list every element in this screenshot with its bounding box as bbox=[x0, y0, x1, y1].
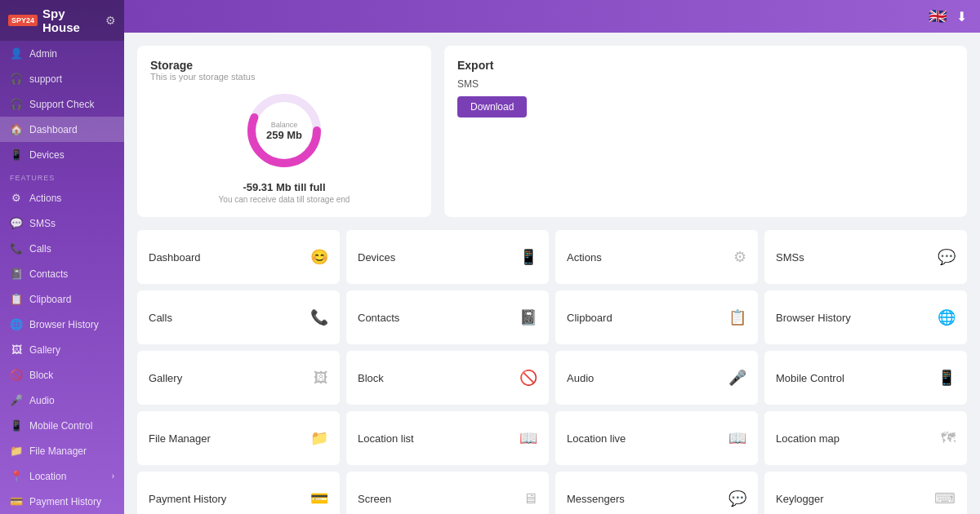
download-button[interactable]: Download bbox=[457, 96, 527, 117]
feature-card-location-map[interactable]: Location map 🗺 bbox=[764, 411, 967, 465]
export-title: Export bbox=[457, 59, 954, 72]
sidebar-item-gallery[interactable]: 🖼Gallery bbox=[0, 337, 124, 362]
sidebar-label-calls: Calls bbox=[29, 243, 51, 255]
feature-card-clipboard[interactable]: Clipboard 📋 bbox=[555, 290, 758, 344]
sidebar-item-support-check[interactable]: 🎧Support Check bbox=[0, 91, 124, 117]
sidebar-item-dashboard[interactable]: 🏠Dashboard bbox=[0, 117, 124, 142]
feature-name-payment-history: Payment History bbox=[149, 493, 226, 505]
sidebar-item-audio[interactable]: 🎤Audio bbox=[0, 388, 124, 413]
feature-card-dashboard[interactable]: Dashboard 😊 bbox=[137, 230, 340, 284]
main-content: 🇬🇧 ⬇ Storage This is your storage status… bbox=[124, 0, 980, 514]
sidebar-item-contacts[interactable]: 📓Contacts bbox=[0, 261, 124, 286]
feature-icon-smss: 💬 bbox=[938, 248, 956, 266]
sidebar-label-mobile-control: Mobile Control bbox=[29, 420, 92, 432]
feature-card-contacts[interactable]: Contacts 📓 bbox=[346, 290, 549, 344]
sidebar-item-smss[interactable]: 💬SMSs bbox=[0, 210, 124, 236]
feature-card-devices[interactable]: Devices 📱 bbox=[346, 230, 549, 284]
sidebar-main-nav: 👤Admin🎧support🎧Support Check🏠Dashboard📱D… bbox=[0, 41, 124, 167]
feature-card-mobile-control[interactable]: Mobile Control 📱 bbox=[764, 351, 967, 405]
feature-name-devices: Devices bbox=[358, 251, 395, 264]
features-section-label: FEATURES bbox=[0, 167, 124, 185]
sidebar-item-file-manager[interactable]: 📁File Manager bbox=[0, 438, 124, 463]
sidebar-label-block: Block bbox=[29, 370, 53, 381]
language-flag[interactable]: 🇬🇧 bbox=[929, 7, 947, 25]
storage-subtitle: This is your storage status bbox=[150, 72, 255, 82]
feature-name-clipboard: Clipboard bbox=[567, 312, 612, 324]
feature-name-block: Block bbox=[358, 372, 384, 384]
feature-name-calls: Calls bbox=[149, 312, 172, 324]
storage-title: Storage bbox=[150, 59, 193, 72]
feature-icon-gallery: 🖼 bbox=[314, 370, 328, 387]
sidebar-item-admin[interactable]: 👤Admin bbox=[0, 41, 124, 66]
app-title: Spy House bbox=[42, 7, 100, 34]
feature-card-file-manager[interactable]: File Manager 📁 bbox=[137, 411, 340, 465]
feature-icon-payment-history: 💳 bbox=[310, 490, 328, 507]
sidebar-icon-calls: 📞 bbox=[10, 242, 23, 255]
sidebar-icon-contacts: 📓 bbox=[10, 268, 23, 280]
feature-name-messengers: Messengers bbox=[567, 493, 625, 505]
topbar: 🇬🇧 ⬇ bbox=[124, 0, 980, 33]
feature-card-block[interactable]: Block 🚫 bbox=[346, 351, 549, 405]
sidebar-label-file-manager: File Manager bbox=[29, 445, 87, 457]
download-icon[interactable]: ⬇ bbox=[956, 9, 967, 24]
feature-name-gallery: Gallery bbox=[149, 372, 182, 384]
sidebar-item-location[interactable]: 📍Location› bbox=[0, 463, 124, 489]
feature-icon-block: 🚫 bbox=[519, 369, 537, 387]
sidebar-icon-admin: 👤 bbox=[10, 47, 23, 60]
feature-name-keylogger: Keylogger bbox=[776, 493, 824, 505]
feature-name-browser-history: Browser History bbox=[776, 312, 851, 324]
feature-card-location-list[interactable]: Location list 📖 bbox=[346, 411, 549, 465]
feature-name-screen: Screen bbox=[358, 493, 391, 505]
feature-icon-screen: 🖥 bbox=[523, 490, 537, 507]
storage-card: Storage This is your storage status Bala… bbox=[137, 46, 431, 217]
sidebar-icon-audio: 🎤 bbox=[10, 394, 23, 406]
sidebar-item-browser-history[interactable]: 🌐Browser History bbox=[0, 312, 124, 337]
sidebar-item-block[interactable]: 🚫Block bbox=[0, 362, 124, 388]
feature-card-smss[interactable]: SMSs 💬 bbox=[764, 230, 967, 284]
sidebar-icon-file-manager: 📁 bbox=[10, 445, 23, 457]
arrow-icon: › bbox=[112, 472, 114, 481]
feature-name-location-live: Location live bbox=[567, 432, 626, 445]
feature-icon-clipboard: 📋 bbox=[728, 308, 746, 326]
sidebar-item-payment-history[interactable]: 💳Payment History bbox=[0, 489, 124, 514]
sidebar-item-support[interactable]: 🎧support bbox=[0, 66, 124, 91]
sidebar-label-audio: Audio bbox=[29, 395, 55, 406]
feature-card-payment-history[interactable]: Payment History 💳 bbox=[137, 472, 340, 514]
feature-icon-calls: 📞 bbox=[310, 308, 328, 326]
sidebar-label-support: support bbox=[29, 73, 62, 85]
feature-card-actions[interactable]: Actions ⚙ bbox=[555, 230, 758, 284]
sidebar-icon-gallery: 🖼 bbox=[10, 343, 23, 356]
sidebar-icon-block: 🚫 bbox=[10, 369, 23, 381]
sidebar-item-devices[interactable]: 📱Devices bbox=[0, 142, 124, 167]
feature-card-messengers[interactable]: Messengers 💬 bbox=[555, 472, 758, 514]
sidebar-label-location: Location bbox=[29, 471, 66, 482]
feature-icon-keylogger: ⌨ bbox=[934, 490, 956, 507]
sidebar-item-calls[interactable]: 📞Calls bbox=[0, 236, 124, 261]
sidebar-label-contacts: Contacts bbox=[29, 268, 68, 280]
feature-icon-file-manager: 📁 bbox=[310, 429, 328, 447]
feature-icon-actions: ⚙ bbox=[733, 248, 746, 266]
feature-icon-location-list: 📖 bbox=[519, 429, 537, 447]
sidebar-label-actions: Actions bbox=[29, 193, 61, 204]
feature-card-keylogger[interactable]: Keylogger ⌨ bbox=[764, 472, 967, 514]
feature-icon-messengers: 💬 bbox=[728, 490, 746, 507]
sidebar-label-browser-history: Browser History bbox=[29, 319, 99, 330]
feature-card-gallery[interactable]: Gallery 🖼 bbox=[137, 351, 340, 405]
feature-card-screen[interactable]: Screen 🖥 bbox=[346, 472, 549, 514]
feature-card-location-live[interactable]: Location live 📖 bbox=[555, 411, 758, 465]
export-card: Export SMS Download bbox=[444, 46, 967, 217]
sidebar-label-admin: Admin bbox=[29, 48, 57, 60]
feature-card-browser-history[interactable]: Browser History 🌐 bbox=[764, 290, 967, 344]
gear-icon[interactable]: ⚙ bbox=[105, 14, 116, 27]
sidebar-item-mobile-control[interactable]: 📱Mobile Control bbox=[0, 413, 124, 438]
balance-value: 259 Mb bbox=[266, 129, 302, 141]
feature-name-location-list: Location list bbox=[358, 432, 414, 445]
feature-icon-dashboard: 😊 bbox=[310, 248, 328, 266]
feature-card-audio[interactable]: Audio 🎤 bbox=[555, 351, 758, 405]
feature-icon-location-map: 🗺 bbox=[941, 430, 956, 447]
sidebar-item-clipboard[interactable]: 📋Clipboard bbox=[0, 286, 124, 312]
sidebar-item-actions[interactable]: ⚙Actions bbox=[0, 185, 124, 210]
export-label: SMS bbox=[457, 78, 954, 90]
sidebar-icon-devices: 📱 bbox=[10, 148, 23, 161]
feature-card-calls[interactable]: Calls 📞 bbox=[137, 290, 340, 344]
